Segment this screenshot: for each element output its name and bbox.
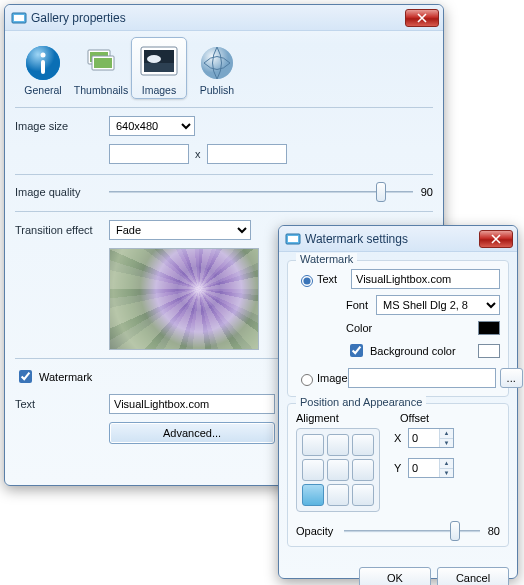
watermark-checkbox-label: Watermark <box>39 371 92 383</box>
divider <box>15 211 433 212</box>
svg-point-15 <box>201 47 233 79</box>
tab-images[interactable]: Images <box>131 37 187 99</box>
tab-general[interactable]: General <box>15 37 71 99</box>
gallery-titlebar[interactable]: Gallery properties <box>5 5 443 31</box>
quality-value: 90 <box>421 186 433 198</box>
watermark-checkbox-input[interactable] <box>19 370 32 383</box>
close-button[interactable] <box>405 9 439 27</box>
image-width-input[interactable] <box>109 144 189 164</box>
offset-x-spinner[interactable]: ▲▼ <box>408 428 454 448</box>
offset-y-label: Y <box>394 462 408 474</box>
svg-rect-1 <box>14 15 24 21</box>
watermark-image-radio[interactable] <box>301 374 313 386</box>
svg-point-5 <box>41 53 46 58</box>
transition-select[interactable]: Fade <box>109 220 251 240</box>
svg-rect-17 <box>288 236 298 242</box>
cancel-button[interactable]: Cancel <box>437 567 509 585</box>
image-height-input[interactable] <box>207 144 287 164</box>
watermark-titlebar[interactable]: Watermark settings <box>279 226 517 252</box>
svg-point-12 <box>147 55 161 63</box>
alignment-label: Aligment <box>296 412 382 424</box>
align-cell-tr[interactable] <box>352 434 374 456</box>
svg-rect-4 <box>41 60 45 74</box>
align-cell-tc[interactable] <box>327 434 349 456</box>
watermark-text-radio-label: Text <box>317 273 351 285</box>
watermark-group-legend: Watermark <box>296 253 357 265</box>
font-label: Font <box>346 299 376 311</box>
color-swatch[interactable] <box>478 321 500 335</box>
bgcolor-checkbox[interactable]: Background color <box>346 341 478 360</box>
close-button[interactable] <box>479 230 513 248</box>
tab-publish[interactable]: Publish <box>189 37 245 99</box>
tab-publish-label: Publish <box>200 84 234 96</box>
chevron-down-icon[interactable]: ▼ <box>440 469 453 478</box>
app-icon <box>11 10 27 26</box>
size-x-label: x <box>195 148 201 160</box>
align-cell-mc[interactable] <box>327 459 349 481</box>
tab-thumbnails[interactable]: Thumbnails <box>73 37 129 99</box>
opacity-value: 80 <box>488 525 500 537</box>
offset-y-input[interactable] <box>409 459 439 477</box>
image-size-select[interactable]: 640x480 <box>109 116 195 136</box>
offset-y-spinner[interactable]: ▲▼ <box>408 458 454 478</box>
opacity-label: Opacity <box>296 525 344 537</box>
tab-images-label: Images <box>142 84 176 96</box>
quality-label: Image quality <box>15 186 109 198</box>
position-group: Position and Appearance Aligment Offset <box>287 403 509 547</box>
app-icon <box>285 231 301 247</box>
svg-rect-13 <box>144 63 174 72</box>
watermark-image-input[interactable] <box>348 368 496 388</box>
align-cell-mr[interactable] <box>352 459 374 481</box>
watermark-text-value-input[interactable] <box>351 269 500 289</box>
text-label: Text <box>15 398 109 410</box>
tab-bar: General Thumbnails Images Publish <box>15 37 433 103</box>
opacity-slider[interactable] <box>344 522 480 540</box>
watermark-image-radio-label: Image <box>317 372 348 384</box>
tab-thumbnails-label: Thumbnails <box>74 84 128 96</box>
thumbnails-icon <box>81 44 121 82</box>
font-select[interactable]: MS Shell Dlg 2, 8 <box>376 295 500 315</box>
align-cell-ml[interactable] <box>302 459 324 481</box>
bgcolor-checkbox-input[interactable] <box>350 344 363 357</box>
browse-button[interactable]: ... <box>500 368 523 388</box>
bgcolor-swatch[interactable] <box>478 344 500 358</box>
advanced-button[interactable]: Advanced... <box>109 422 275 444</box>
publish-icon <box>197 44 237 82</box>
watermark-title: Watermark settings <box>305 232 479 246</box>
align-cell-bl[interactable] <box>302 484 324 506</box>
images-icon <box>139 44 179 82</box>
tab-general-label: General <box>24 84 61 96</box>
image-size-label: Image size <box>15 120 109 132</box>
alignment-grid[interactable] <box>296 428 380 512</box>
gallery-title: Gallery properties <box>31 11 405 25</box>
align-cell-br[interactable] <box>352 484 374 506</box>
offset-x-input[interactable] <box>409 429 439 447</box>
info-icon <box>23 44 63 82</box>
align-cell-tl[interactable] <box>302 434 324 456</box>
color-label: Color <box>346 322 478 334</box>
bgcolor-label: Background color <box>370 345 456 357</box>
align-cell-bc[interactable] <box>327 484 349 506</box>
watermark-group: Watermark Text Font MS Shell Dlg 2, 8 Co… <box>287 260 509 397</box>
position-group-legend: Position and Appearance <box>296 396 426 408</box>
transition-label: Transition effect <box>15 224 109 236</box>
watermark-text-radio[interactable] <box>301 275 313 287</box>
quality-slider[interactable] <box>109 183 413 201</box>
offset-x-label: X <box>394 432 408 444</box>
chevron-up-icon[interactable]: ▲ <box>440 459 453 469</box>
chevron-down-icon[interactable]: ▼ <box>440 439 453 448</box>
ok-button[interactable]: OK <box>359 567 431 585</box>
offset-label: Offset <box>400 412 429 424</box>
watermark-text-input[interactable] <box>109 394 275 414</box>
svg-rect-9 <box>94 58 112 68</box>
divider <box>15 174 433 175</box>
transition-preview <box>109 248 259 350</box>
divider <box>15 107 433 108</box>
chevron-up-icon[interactable]: ▲ <box>440 429 453 439</box>
watermark-settings-window: Watermark settings Watermark Text Font M… <box>278 225 518 579</box>
